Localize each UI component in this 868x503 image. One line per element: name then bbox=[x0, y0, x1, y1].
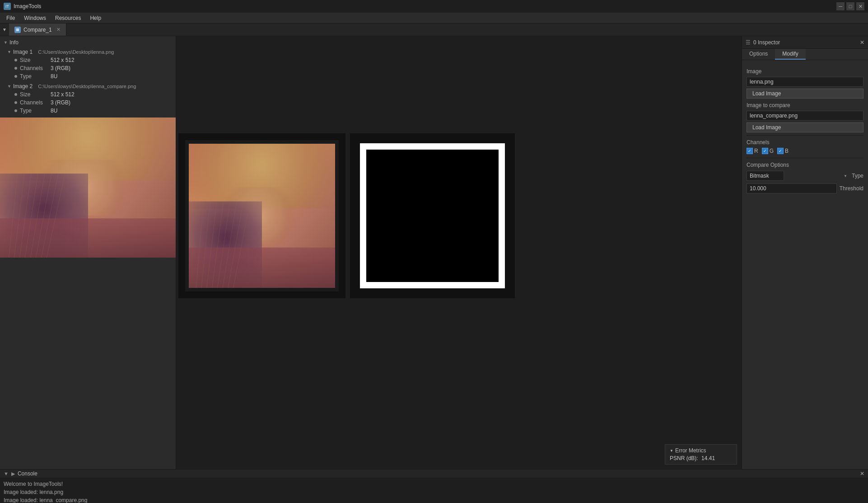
size-label2: Size bbox=[20, 91, 30, 98]
channel-b-label: B bbox=[785, 148, 789, 154]
console-close-icon[interactable]: ✕ bbox=[860, 470, 864, 477]
type-label2: Type bbox=[20, 108, 32, 114]
image1-type-row: Type 8U bbox=[0, 72, 176, 80]
channels-label: Channels bbox=[20, 65, 43, 71]
menu-resources[interactable]: Resources bbox=[51, 14, 85, 22]
compare-options-label: Compare Options bbox=[747, 162, 863, 168]
channel-r-label: R bbox=[754, 148, 758, 154]
image1-type-value: 8U bbox=[51, 73, 57, 80]
menu-help[interactable]: Help bbox=[85, 14, 106, 22]
titlebar: IT ImageTools ─ □ ✕ bbox=[0, 0, 868, 13]
channel-g-label: G bbox=[770, 148, 774, 154]
threshold-input[interactable] bbox=[747, 183, 837, 193]
app-title: ImageTools bbox=[14, 3, 41, 9]
image1-group: ▼ Image 1 C:\Users\lowys\Desktop\lenna.p… bbox=[0, 47, 176, 81]
tab-label: Compare_1 bbox=[23, 27, 52, 33]
image2-canvas bbox=[189, 144, 335, 288]
compare-section-label: Image to compare bbox=[747, 102, 863, 108]
tab-compare1[interactable]: ▦ Compare_1 ✕ bbox=[9, 24, 66, 36]
channel-b-item: ✓ B bbox=[777, 148, 789, 154]
channel-r-check[interactable]: ✓ bbox=[747, 148, 753, 154]
tab-modify[interactable]: Modify bbox=[775, 49, 805, 60]
info-section-header[interactable]: ▼ Info bbox=[0, 38, 176, 47]
image-section-label: Image bbox=[747, 68, 863, 75]
compare-method-select[interactable]: Bitmask Difference Threshold bbox=[747, 171, 784, 181]
console-msg-2: Image loaded: lenna_compare.png bbox=[4, 496, 864, 503]
console-msg-1: Image loaded: lenna.png bbox=[4, 488, 864, 496]
console-msg-0: Welcome to ImageTools! bbox=[4, 480, 864, 488]
compare-method-wrapper: Bitmask Difference Threshold bbox=[747, 171, 849, 181]
image1-channels-row: Channels 3 (RGB) bbox=[0, 64, 176, 72]
size-label: Size bbox=[20, 57, 30, 63]
bullet-icon bbox=[14, 67, 17, 70]
channels-label2: Channels bbox=[20, 99, 43, 106]
image1-size-row: Size 512 x 512 bbox=[0, 56, 176, 64]
info-section: ▼ Info ▼ Image 1 C:\Users\lowys\Desktop\… bbox=[0, 36, 176, 118]
console-arrow-icon: ▼ bbox=[4, 471, 9, 476]
tabbar: ▼ ▦ Compare_1 ✕ bbox=[0, 24, 868, 36]
app-icon: IT bbox=[4, 3, 11, 10]
image2-group: ▼ Image 2 C:\Users\lowys\Desktop\lenna_c… bbox=[0, 81, 176, 116]
channels-row: ✓ R ✓ G ✓ B bbox=[747, 148, 863, 154]
image1-path: C:\Users\lowys\Desktop\lenna.png bbox=[38, 49, 114, 55]
inspector-close-icon[interactable]: ✕ bbox=[860, 39, 864, 46]
image2-channels-value: 3 (RGB) bbox=[51, 99, 70, 106]
compare-filename-field[interactable] bbox=[747, 111, 863, 121]
console-area: ▼ ▶ Console ✕ Welcome to ImageTools! Ima… bbox=[0, 469, 868, 503]
image2-label: Image 2 bbox=[13, 83, 33, 89]
image1-header[interactable]: ▼ Image 1 C:\Users\lowys\Desktop\lenna.p… bbox=[0, 48, 176, 56]
arrow-down-icon: ▼ bbox=[4, 40, 8, 45]
image-filename-field[interactable] bbox=[747, 77, 863, 87]
menu-windows[interactable]: Windows bbox=[19, 14, 51, 22]
type-label-text: Type bbox=[852, 173, 863, 179]
image2-path: C:\Users\lowys\Desktop\lenna_compare.png bbox=[38, 84, 136, 89]
load-image-button-2[interactable]: Load Image bbox=[747, 122, 863, 132]
inspector-icon: ☰ bbox=[746, 39, 751, 46]
image1-channels-value: 3 (RGB) bbox=[51, 65, 70, 71]
threshold-row: Threshold bbox=[747, 183, 863, 193]
bullet-icon bbox=[14, 59, 17, 61]
result-panel bbox=[350, 133, 515, 298]
image2-channels-row: Channels 3 (RGB) bbox=[0, 99, 176, 107]
bullet-icon bbox=[14, 75, 17, 78]
channel-r-item: ✓ R bbox=[747, 148, 758, 154]
info-section-label: Info bbox=[9, 39, 19, 46]
bullet-icon bbox=[14, 101, 17, 104]
image2-size-value: 512 x 512 bbox=[51, 91, 75, 98]
console-header: ▼ ▶ Console ✕ bbox=[0, 470, 868, 478]
inspector-tabs: Options Modify bbox=[742, 49, 868, 60]
image2-header[interactable]: ▼ Image 2 C:\Users\lowys\Desktop\lenna_c… bbox=[0, 82, 176, 90]
right-panel: ☰ 0 Inspector ✕ Options Modify Image Loa… bbox=[742, 36, 868, 469]
result-image bbox=[360, 143, 505, 288]
error-metrics-psnr: PSNR (dB): 14.41 bbox=[670, 455, 732, 461]
threshold-label-text: Threshold bbox=[840, 185, 863, 192]
image2-type-value: 8U bbox=[51, 108, 57, 114]
type-label: Type bbox=[20, 73, 32, 80]
console-body: Welcome to ImageTools! Image loaded: len… bbox=[0, 478, 868, 503]
error-metrics-label: Error Metrics bbox=[675, 447, 706, 454]
tab-options[interactable]: Options bbox=[742, 49, 775, 60]
tab-close-icon[interactable]: ✕ bbox=[56, 27, 61, 33]
image2-arrow-icon: ▼ bbox=[7, 84, 11, 89]
minimize-button[interactable]: ─ bbox=[836, 2, 845, 10]
inspector-body: Image Load Image Image to compare Load I… bbox=[742, 60, 868, 469]
image1-size-value: 512 x 512 bbox=[51, 57, 75, 63]
load-image-button-1[interactable]: Load Image bbox=[747, 89, 863, 99]
channel-b-check[interactable]: ✓ bbox=[777, 148, 784, 154]
menu-file[interactable]: File bbox=[2, 14, 19, 22]
image2-size-row: Size 512 x 512 bbox=[0, 90, 176, 99]
tab-icon: ▦ bbox=[14, 27, 21, 33]
tab-arrow-left[interactable]: ▼ bbox=[0, 24, 9, 36]
maximize-button[interactable]: □ bbox=[846, 2, 854, 10]
close-button[interactable]: ✕ bbox=[856, 2, 864, 10]
console-prompt-icon: ▶ bbox=[11, 471, 15, 477]
app-icon-text: IT bbox=[5, 4, 9, 9]
image1-label: Image 1 bbox=[13, 49, 33, 55]
canvas-area[interactable]: ▼ Error Metrics PSNR (dB): 14.41 bbox=[176, 36, 742, 469]
channel-g-check[interactable]: ✓ bbox=[762, 148, 768, 154]
channels-section-label: Channels bbox=[747, 139, 863, 146]
left-panel: ▼ Info ▼ Image 1 C:\Users\lowys\Desktop\… bbox=[0, 36, 176, 469]
main-area: ▼ Info ▼ Image 1 C:\Users\lowys\Desktop\… bbox=[0, 36, 868, 469]
image1-arrow-icon: ▼ bbox=[7, 50, 11, 54]
image2-type-row: Type 8U bbox=[0, 107, 176, 115]
